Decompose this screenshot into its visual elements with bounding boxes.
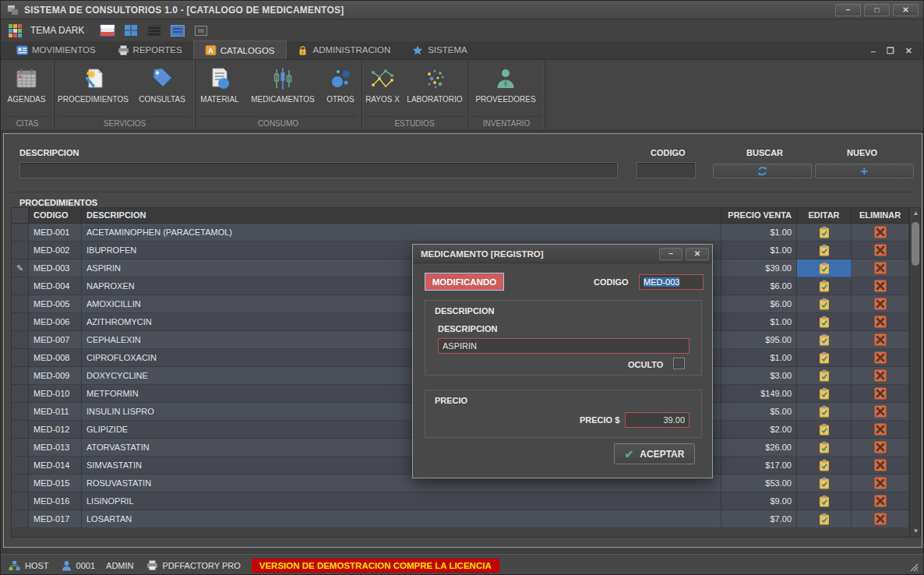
delete-row-button[interactable] <box>852 331 909 349</box>
theme-menu-label[interactable]: TEMA DARK <box>30 25 84 36</box>
dialog-minimize-button[interactable]: – <box>659 248 682 260</box>
scroll-up-arrow[interactable]: ▲ <box>910 208 922 219</box>
theme-palette-icon[interactable] <box>7 23 23 37</box>
column-header-precio[interactable]: PRECIO VENTA <box>721 208 797 223</box>
dialog-precio-input[interactable] <box>625 412 689 428</box>
medicamentos-button[interactable]: MEDICAMENTOS <box>244 64 322 105</box>
row-selector[interactable] <box>12 510 29 528</box>
tab-administracion[interactable]: ADMINISTRACION <box>287 41 402 59</box>
delete-row-button[interactable] <box>852 421 909 439</box>
edit-row-button[interactable] <box>797 295 852 313</box>
laboratorio-button[interactable]: LABORATORIO <box>404 64 466 105</box>
edit-row-button[interactable] <box>797 457 852 474</box>
theme-windows-icon[interactable] <box>123 23 139 37</box>
row-selector[interactable] <box>12 313 29 331</box>
delete-row-button[interactable] <box>852 295 909 313</box>
delete-row-button[interactable] <box>852 492 909 510</box>
row-selector[interactable] <box>12 457 29 474</box>
mdi-restore-button[interactable]: ❐ <box>887 46 894 56</box>
edit-row-button[interactable] <box>797 492 852 510</box>
column-header-descripcion[interactable]: DESCRIPCION <box>82 208 721 223</box>
nuevo-button[interactable]: + <box>815 164 914 178</box>
row-selector[interactable] <box>12 439 29 457</box>
row-selector[interactable] <box>12 421 29 439</box>
otros-button[interactable]: OTROS <box>322 64 359 105</box>
rayos-x-button[interactable]: RAYOS X <box>361 64 404 105</box>
edit-row-button[interactable] <box>797 242 852 259</box>
row-selector[interactable] <box>12 403 29 421</box>
delete-row-button[interactable] <box>852 439 909 457</box>
procedimientos-button[interactable]: PROCEDIMIENTOS <box>55 64 132 105</box>
mdi-close-button[interactable]: ✕ <box>905 46 912 56</box>
proveedores-button[interactable]: PROVEEDORES <box>468 64 543 105</box>
descripcion-filter-input[interactable] <box>19 162 618 178</box>
delete-row-button[interactable] <box>852 403 909 421</box>
tab-catalogos[interactable]: A CATALOGOS <box>193 41 287 59</box>
delete-row-button[interactable] <box>852 385 909 403</box>
row-selector[interactable] <box>12 349 29 367</box>
edit-row-button[interactable] <box>797 403 852 421</box>
edit-row-button[interactable] <box>797 313 852 331</box>
delete-row-button[interactable] <box>852 259 909 277</box>
row-selector[interactable] <box>12 224 29 242</box>
row-selector[interactable] <box>12 474 29 492</box>
theme-blue-icon[interactable] <box>170 23 185 37</box>
edit-row-button[interactable] <box>797 439 852 457</box>
edit-row-button[interactable] <box>797 331 852 349</box>
edit-row-button[interactable] <box>797 385 852 403</box>
row-selector[interactable] <box>12 492 29 510</box>
oculto-checkbox[interactable] <box>673 358 685 369</box>
tab-reportes[interactable]: REPORTES <box>107 41 193 59</box>
dialog-close-button[interactable]: ✕ <box>686 248 709 260</box>
row-selector[interactable]: ✎ <box>12 259 29 277</box>
row-selector[interactable] <box>12 242 29 259</box>
edit-row-button[interactable] <box>797 259 852 277</box>
scroll-down-arrow[interactable]: ▼ <box>910 526 922 537</box>
table-row[interactable]: MED-016LISINOPRIL$9.00 <box>12 492 909 510</box>
column-header-editar[interactable]: EDITAR <box>797 208 852 223</box>
delete-row-button[interactable] <box>852 457 909 474</box>
column-header-eliminar[interactable]: ELIMINAR <box>852 208 909 223</box>
row-selector[interactable] <box>12 331 29 349</box>
table-row[interactable]: MED-001ACETAMINOPHEN (PARACETAMOL)$1.00 <box>12 224 909 242</box>
delete-row-button[interactable] <box>852 510 909 528</box>
edit-row-button[interactable] <box>797 349 852 367</box>
column-header-codigo[interactable]: CODIGO <box>29 208 82 223</box>
agendas-button[interactable]: AGENDAS <box>1 64 52 105</box>
tab-movimientos[interactable]: MOVIMIENTOS <box>5 41 107 59</box>
aceptar-button[interactable]: ✔ ACEPTAR <box>614 443 695 464</box>
delete-row-button[interactable] <box>852 242 909 259</box>
vertical-scrollbar[interactable]: ▲ ▼ <box>909 208 920 537</box>
row-selector[interactable] <box>12 385 29 403</box>
dialog-descripcion-input[interactable] <box>438 338 689 354</box>
mdi-minimize-button[interactable]: – <box>871 47 876 56</box>
delete-row-button[interactable] <box>852 474 909 492</box>
delete-row-button[interactable] <box>852 313 909 331</box>
theme-dark-icon[interactable] <box>146 23 162 37</box>
scrollbar-thumb[interactable] <box>912 222 919 266</box>
codigo-filter-input[interactable] <box>637 162 696 178</box>
row-selector[interactable] <box>12 277 29 295</box>
edit-row-button[interactable] <box>797 367 852 385</box>
theme-classic-icon[interactable] <box>100 23 115 37</box>
row-selector[interactable] <box>12 295 29 313</box>
table-row[interactable]: MED-017LOSARTAN$7.00 <box>12 510 909 528</box>
delete-row-button[interactable] <box>852 277 909 295</box>
row-selector[interactable] <box>12 367 29 385</box>
buscar-button[interactable] <box>713 164 812 178</box>
resize-grip-icon[interactable] <box>908 562 919 573</box>
maximize-button[interactable]: □ <box>864 4 890 16</box>
edit-row-button[interactable] <box>797 277 852 295</box>
theme-compact-icon[interactable] <box>193 23 209 37</box>
delete-row-button[interactable] <box>852 224 909 242</box>
delete-row-button[interactable] <box>852 367 909 385</box>
edit-row-button[interactable] <box>797 474 852 492</box>
close-button[interactable]: ✕ <box>893 4 919 16</box>
edit-row-button[interactable] <box>797 510 852 528</box>
delete-row-button[interactable] <box>852 349 909 367</box>
material-button[interactable]: MATERIAL <box>196 64 244 105</box>
minimize-button[interactable]: – <box>835 4 861 16</box>
dialog-codigo-input[interactable]: MED-003 <box>639 274 704 290</box>
edit-row-button[interactable] <box>797 224 852 242</box>
edit-row-button[interactable] <box>797 421 852 439</box>
